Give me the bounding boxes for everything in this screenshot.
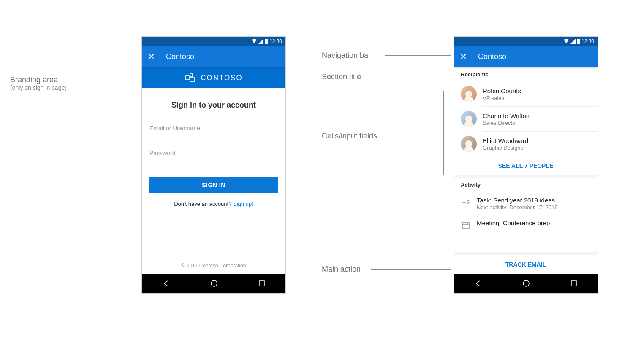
signal-icon — [258, 39, 263, 44]
activity-card: Activity Task: Send year 2018 ideas Next… — [454, 178, 598, 252]
annotation-line — [392, 136, 443, 136]
annotation-text: Branding area — [10, 75, 67, 84]
person-name: Robin Counts — [483, 87, 521, 94]
person-name: Charlotte Walton — [483, 112, 530, 119]
close-icon[interactable]: ✕ — [460, 52, 467, 61]
signal-icon — [570, 39, 576, 44]
svg-point-5 — [211, 280, 217, 286]
home-icon[interactable] — [210, 280, 218, 287]
avatar — [461, 111, 477, 127]
task-icon — [461, 197, 471, 208]
see-all-people-button[interactable]: SEE ALL 7 PEOPLE — [454, 156, 598, 175]
svg-rect-6 — [259, 281, 264, 286]
avatar — [461, 136, 477, 152]
svg-point-16 — [523, 280, 529, 286]
signup-line: Don't have an account? Sign up! — [149, 201, 278, 207]
person-role: Sales Director — [483, 120, 530, 126]
signin-button[interactable]: SIGN IN — [149, 177, 278, 193]
battery-icon — [265, 39, 268, 44]
email-field[interactable] — [149, 121, 278, 135]
navigation-bar: ✕ Contoso — [454, 46, 598, 67]
battery-icon — [577, 39, 580, 44]
status-time: 12:30 — [269, 38, 282, 44]
list-item[interactable]: Elliot Woodward Graphic Designer — [454, 132, 598, 156]
signup-text: Don't have an account? — [174, 201, 233, 207]
list-item[interactable]: Meeting: Conference prep — [454, 215, 598, 235]
track-email-button[interactable]: TRACK EMAIL — [454, 255, 598, 274]
nav-title: Contoso — [166, 52, 194, 61]
person-role: Graphic Designer — [483, 145, 528, 151]
home-icon[interactable] — [522, 280, 530, 287]
annotation-cells: Cells/input fields — [322, 132, 377, 140]
svg-rect-17 — [571, 281, 576, 286]
svg-rect-12 — [462, 223, 469, 229]
wifi-icon — [251, 39, 257, 44]
phone-mockup-list: 12:30 ✕ Contoso Recipients Robin Counts … — [454, 36, 598, 294]
svg-rect-1 — [266, 39, 267, 39]
scroll-body: Recipients Robin Counts VP sales Charlot… — [454, 67, 598, 274]
signup-link[interactable]: Sign up! — [233, 201, 253, 207]
password-field[interactable] — [149, 146, 278, 160]
activity-sub: Next activity: December 17, 2016 — [477, 204, 557, 210]
annotation-navbar: Navigation bar — [322, 51, 371, 60]
copyright-text: © 2017 Contoso Corporation — [149, 263, 278, 269]
person-role: VP sales — [483, 95, 521, 101]
list-item[interactable]: Charlotte Walton Sales Director — [454, 107, 598, 131]
annotation-line — [385, 55, 451, 56]
svg-rect-2 — [185, 76, 189, 80]
recents-icon[interactable] — [571, 280, 577, 286]
recipients-card: Recipients Robin Counts VP sales Charlot… — [454, 67, 598, 175]
close-icon[interactable]: ✕ — [148, 52, 155, 61]
annotation-branding-area: Branding area (only on sign in page) — [10, 75, 67, 91]
svg-rect-7 — [577, 39, 580, 44]
list-item[interactable]: Robin Counts VP sales — [454, 82, 598, 106]
signin-body: Sign in to your account SIGN IN Don't ha… — [142, 88, 285, 274]
svg-rect-4 — [190, 78, 194, 82]
annotation-main-action: Main action — [322, 265, 361, 274]
person-name: Elliot Woodward — [483, 137, 528, 144]
status-bar: 12:30 — [454, 37, 598, 46]
activity-title: Meeting: Conference prep — [477, 219, 550, 226]
annotation-section-title: Section title — [322, 73, 361, 81]
annotation-line — [74, 80, 139, 80]
calendar-icon — [461, 220, 471, 230]
annotation-subtext: (only on sign in page) — [10, 84, 67, 91]
section-title-activity: Activity — [454, 178, 598, 192]
branding-bar: CONTOSO — [142, 67, 285, 88]
annotation-line — [371, 269, 451, 270]
nav-title: Contoso — [478, 52, 506, 61]
svg-rect-0 — [265, 39, 268, 44]
recents-icon[interactable] — [259, 280, 265, 286]
phone-mockup-signin: 12:30 ✕ Contoso CONTOSO Sign in to your … — [141, 36, 286, 294]
svg-rect-8 — [578, 39, 579, 39]
android-nav-bar — [454, 274, 598, 293]
section-title-recipients: Recipients — [454, 67, 598, 82]
avatar — [461, 86, 477, 102]
svg-rect-3 — [190, 74, 193, 76]
wifi-icon — [563, 39, 569, 44]
navigation-bar: ✕ Contoso — [142, 46, 285, 67]
android-nav-bar — [142, 274, 285, 293]
status-bar: 12:30 — [142, 37, 285, 46]
back-icon[interactable] — [163, 280, 169, 287]
activity-title: Task: Send year 2018 ideas — [477, 197, 557, 204]
annotation-bracket — [443, 91, 444, 175]
signin-heading: Sign in to your account — [149, 101, 278, 110]
list-item[interactable]: Task: Send year 2018 ideas Next activity… — [454, 192, 598, 215]
back-icon[interactable] — [475, 280, 481, 287]
brand-logo-icon — [185, 73, 196, 84]
status-time: 12:30 — [581, 38, 594, 44]
brand-label: CONTOSO — [201, 74, 243, 82]
annotation-line — [385, 77, 451, 77]
